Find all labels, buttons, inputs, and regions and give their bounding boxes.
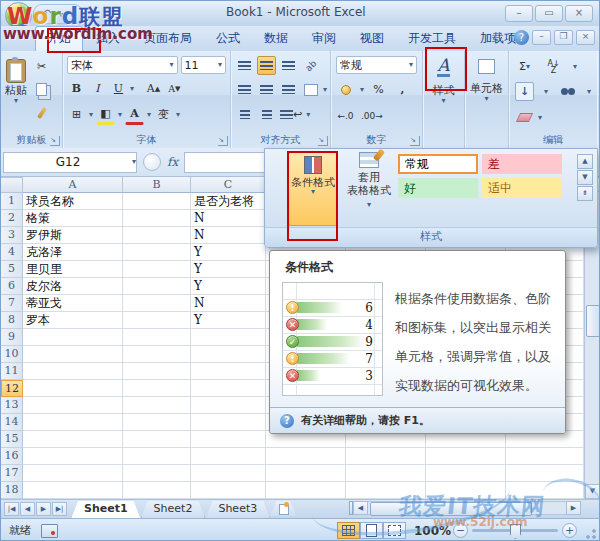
accounting-dropdown-icon[interactable]: ▾ bbox=[360, 87, 364, 93]
font-dialog-launcher-icon[interactable]: ↘ bbox=[218, 136, 228, 146]
maximize-button[interactable]: ▭ bbox=[535, 5, 563, 22]
undo-dropdown-icon[interactable]: ▾ bbox=[59, 10, 63, 19]
cell-C16[interactable] bbox=[191, 448, 266, 465]
sheet-tab-Sheet1[interactable]: Sheet1 bbox=[71, 501, 141, 519]
tab-插入[interactable]: 插入 bbox=[85, 27, 131, 51]
cell-C1[interactable]: 是否为老将 bbox=[191, 193, 266, 210]
align-top-button[interactable] bbox=[235, 56, 254, 75]
cell-B1[interactable] bbox=[123, 193, 191, 210]
align-right-button[interactable] bbox=[279, 80, 298, 99]
conditional-formatting-button[interactable]: 条件格式 ▾ bbox=[288, 152, 338, 226]
cell-x17[interactable] bbox=[506, 465, 584, 482]
next-sheet-icon[interactable]: ▶ bbox=[36, 502, 51, 516]
prev-sheet-icon[interactable]: ◀ bbox=[20, 502, 35, 516]
cell-B2[interactable] bbox=[123, 210, 191, 227]
wrap-text-button[interactable]: ↩ bbox=[279, 105, 303, 124]
cell-A11[interactable] bbox=[23, 363, 123, 380]
cell-A4[interactable]: 克洛泽 bbox=[23, 244, 123, 261]
cell-A15[interactable] bbox=[23, 431, 123, 448]
vertical-scroll-thumb[interactable] bbox=[586, 305, 600, 337]
number-format-combo[interactable]: 常规▾ bbox=[336, 56, 417, 74]
cell-x16[interactable] bbox=[346, 448, 426, 465]
cell-B8[interactable] bbox=[123, 312, 191, 329]
close-button[interactable]: × bbox=[565, 5, 593, 22]
copy-button[interactable] bbox=[32, 80, 51, 99]
cell-B7[interactable] bbox=[123, 295, 191, 312]
cell-A1[interactable]: 球员名称 bbox=[23, 193, 123, 210]
sheet-tab-Sheet3[interactable]: Sheet3 bbox=[205, 501, 270, 519]
underline-dropdown-icon[interactable]: ▾ bbox=[130, 86, 134, 92]
name-box[interactable]: G12 ▾ bbox=[3, 152, 137, 173]
cell-A14[interactable] bbox=[23, 414, 123, 431]
alignment-dialog-launcher-icon[interactable]: ↘ bbox=[318, 136, 328, 146]
insert-worksheet-tab[interactable] bbox=[270, 501, 296, 516]
font-name-combo[interactable]: 宋体▾ bbox=[67, 56, 178, 74]
align-left-button[interactable] bbox=[235, 80, 254, 99]
font-size-combo[interactable]: 11▾ bbox=[181, 56, 226, 74]
cut-button[interactable]: ✂ bbox=[32, 57, 51, 76]
cell-B10[interactable] bbox=[123, 346, 191, 363]
column-header-A[interactable]: A bbox=[23, 177, 123, 193]
cell-A9[interactable] bbox=[23, 329, 123, 346]
cell-A10[interactable] bbox=[23, 346, 123, 363]
cell-B9[interactable] bbox=[123, 329, 191, 346]
cell-A2[interactable]: 格策 bbox=[23, 210, 123, 227]
cell-A8[interactable]: 罗本 bbox=[23, 312, 123, 329]
cell-x17[interactable] bbox=[346, 465, 426, 482]
cell-C12[interactable] bbox=[191, 380, 266, 397]
row-header-2[interactable]: 2 bbox=[1, 210, 23, 227]
cell-x16[interactable] bbox=[506, 448, 584, 465]
cell-B5[interactable] bbox=[123, 261, 191, 278]
cell-C2[interactable]: N bbox=[191, 210, 266, 227]
page-layout-view-button[interactable] bbox=[360, 522, 383, 539]
scroll-left-icon[interactable]: ◀ bbox=[353, 501, 368, 515]
sheet-tab-Sheet2[interactable]: Sheet2 bbox=[141, 501, 206, 519]
gallery-scroll-down-icon[interactable]: ▼ bbox=[577, 170, 593, 185]
tab-开始[interactable]: 开始 bbox=[35, 26, 83, 51]
number-dialog-launcher-icon[interactable]: ↘ bbox=[410, 136, 420, 146]
cell-x18[interactable] bbox=[426, 482, 506, 499]
cell-A16[interactable] bbox=[23, 448, 123, 465]
cell-B12[interactable] bbox=[123, 380, 191, 397]
horizontal-scrollbar[interactable]: ◀ ▶ bbox=[349, 501, 581, 515]
fill-dropdown-icon[interactable]: ▾ bbox=[544, 89, 548, 95]
cell-style-好[interactable]: 好 bbox=[398, 178, 478, 198]
phonetic-dropdown-icon[interactable]: ▾ bbox=[176, 112, 180, 118]
clear-dropdown-icon[interactable]: ▾ bbox=[538, 115, 542, 121]
fill-color-dropdown-icon[interactable]: ▾ bbox=[118, 112, 122, 118]
cell-A13[interactable] bbox=[23, 397, 123, 414]
cell-A3[interactable]: 罗伊斯 bbox=[23, 227, 123, 244]
clipboard-dialog-launcher-icon[interactable]: ↘ bbox=[50, 136, 60, 146]
tab-数据[interactable]: 数据 bbox=[253, 27, 299, 51]
shrink-font-button[interactable]: A▼ bbox=[165, 79, 184, 98]
cell-B14[interactable] bbox=[123, 414, 191, 431]
cell-C7[interactable]: N bbox=[191, 295, 266, 312]
quick-access-toolbar[interactable]: ↶ ▾ ▾ bbox=[33, 4, 83, 24]
cells-dropdown-icon[interactable]: ▾ bbox=[484, 96, 488, 102]
grow-font-button[interactable]: A▲ bbox=[144, 79, 163, 98]
cell-x17[interactable] bbox=[266, 465, 346, 482]
cell-B3[interactable] bbox=[123, 227, 191, 244]
cell-C9[interactable] bbox=[191, 329, 266, 346]
zoom-level[interactable]: 100% bbox=[414, 524, 451, 538]
horizontal-scroll-track[interactable] bbox=[368, 501, 566, 515]
workbook-minimize-button[interactable]: – bbox=[532, 30, 551, 45]
column-header-B[interactable]: B bbox=[123, 177, 191, 193]
format-painter-button[interactable] bbox=[32, 103, 51, 122]
cell-C5[interactable]: Y bbox=[191, 261, 266, 278]
cells-button[interactable]: 单元格 ▾ bbox=[465, 51, 508, 102]
font-color-button[interactable]: A bbox=[125, 104, 144, 125]
gallery-expand-icon[interactable]: ⇟ bbox=[577, 186, 593, 201]
cell-A7[interactable]: 蒂亚戈 bbox=[23, 295, 123, 312]
cell-B13[interactable] bbox=[123, 397, 191, 414]
cell-B6[interactable] bbox=[123, 278, 191, 295]
tab-视图[interactable]: 视图 bbox=[349, 27, 395, 51]
tab-公式[interactable]: 公式 bbox=[205, 27, 251, 51]
scroll-right-icon[interactable]: ▶ bbox=[566, 501, 581, 515]
row-header-11[interactable]: 11 bbox=[1, 363, 23, 380]
row-header-12[interactable]: 12 bbox=[1, 380, 23, 397]
accounting-format-button[interactable] bbox=[336, 80, 355, 99]
fill-button[interactable]: ↓ bbox=[515, 82, 534, 101]
cell-A12[interactable] bbox=[23, 380, 123, 397]
zoom-out-button[interactable]: − bbox=[453, 523, 468, 538]
